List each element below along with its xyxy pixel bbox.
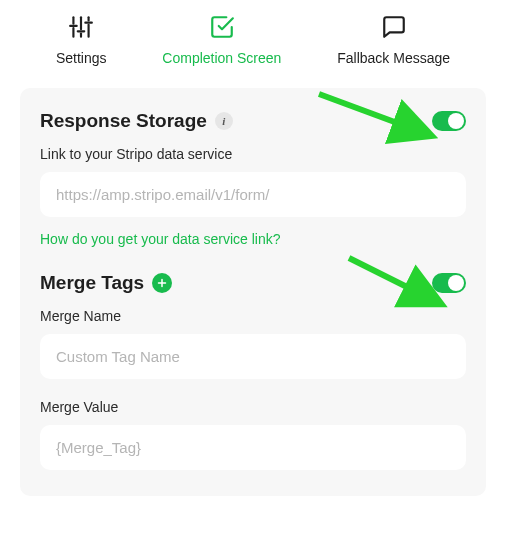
check-square-icon bbox=[209, 14, 235, 44]
plus-icon bbox=[156, 277, 168, 289]
sliders-icon bbox=[68, 14, 94, 44]
tab-completion-label: Completion Screen bbox=[162, 50, 281, 66]
data-service-help-link[interactable]: How do you get your data service link? bbox=[40, 231, 280, 247]
tab-settings-label: Settings bbox=[56, 50, 107, 66]
message-icon bbox=[381, 14, 407, 44]
merge-tags-toggle[interactable] bbox=[432, 273, 466, 293]
response-storage-toggle[interactable] bbox=[432, 111, 466, 131]
merge-value-input[interactable] bbox=[40, 425, 466, 470]
tab-completion-screen[interactable]: Completion Screen bbox=[162, 14, 281, 66]
response-storage-title: Response Storage bbox=[40, 110, 207, 132]
tabs-row: Settings Completion Screen Fallback Mess… bbox=[0, 0, 506, 76]
settings-panel: Response Storage i Link to your Stripo d… bbox=[20, 88, 486, 496]
merge-tags-header: Merge Tags bbox=[40, 272, 466, 294]
merge-value-label: Merge Value bbox=[40, 399, 466, 415]
add-merge-tag-button[interactable] bbox=[152, 273, 172, 293]
stripo-link-label: Link to your Stripo data service bbox=[40, 146, 466, 162]
tab-fallback-message[interactable]: Fallback Message bbox=[337, 14, 450, 66]
info-icon[interactable]: i bbox=[215, 112, 233, 130]
merge-name-input[interactable] bbox=[40, 334, 466, 379]
merge-name-label: Merge Name bbox=[40, 308, 466, 324]
response-storage-header: Response Storage i bbox=[40, 110, 466, 132]
tab-fallback-label: Fallback Message bbox=[337, 50, 450, 66]
merge-tags-title: Merge Tags bbox=[40, 272, 144, 294]
tab-settings[interactable]: Settings bbox=[56, 14, 107, 66]
stripo-link-input[interactable] bbox=[40, 172, 466, 217]
